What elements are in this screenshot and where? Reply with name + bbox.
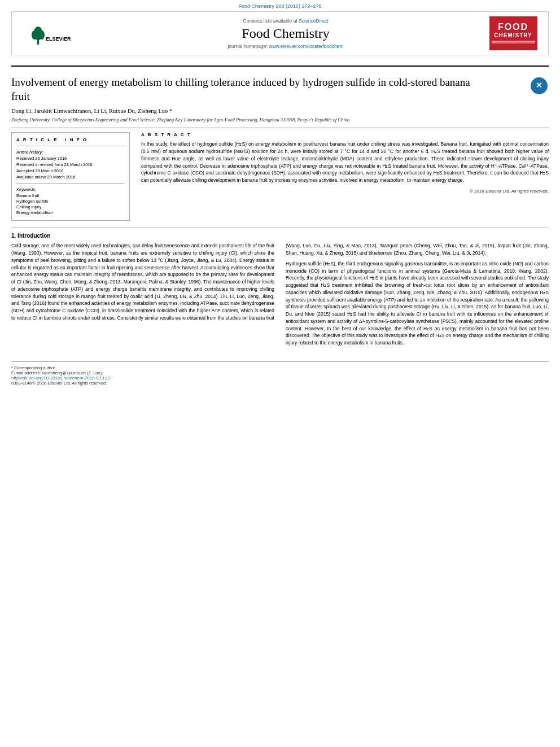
- svg-point-3: [39, 30, 45, 40]
- journal-header-center: Contents lists available at ScienceDirec…: [86, 18, 485, 49]
- issn-line: 0308-8146/© 2016 Elsevier Ltd. All right…: [11, 381, 549, 386]
- received-date: Received 26 January 2016: [16, 156, 125, 161]
- keyword-1: Banana fruit: [16, 193, 125, 198]
- body-col2-text2: Hydrogen sulfide (H₂S), the third endoge…: [286, 260, 549, 347]
- keyword-2: Hydrogen sulfide: [16, 199, 125, 204]
- info-divider-2: [16, 183, 125, 184]
- article-info-abstract: A R T I C L E I N F O Article history: R…: [11, 132, 549, 221]
- authors: Dong Li, Jarukitt Limwachiranon, Li Li, …: [11, 108, 172, 114]
- elsevier-logo-area: ELSEVIER: [19, 19, 86, 47]
- journal-title: Food Chemistry: [86, 26, 485, 41]
- main-content: Involvement of energy metabolism to chil…: [11, 55, 549, 391]
- homepage-link[interactable]: www.elsevier.com/locate/foodchem: [269, 43, 343, 49]
- journal-homepage: journal homepage: www.elsevier.com/locat…: [86, 43, 485, 49]
- fc-logo-food: FOOD: [498, 22, 528, 32]
- svg-point-2: [32, 30, 37, 40]
- body-content: 1. Introduction Cold storage, one of the…: [11, 228, 549, 350]
- keyword-3: Chilling injury: [16, 204, 125, 209]
- sciencedirect-link[interactable]: ScienceDirect: [299, 18, 328, 24]
- fc-logo-decoration-icon: [492, 40, 535, 45]
- email-label: E-mail address:: [11, 370, 41, 375]
- sciencedirect-line: Contents lists available at ScienceDirec…: [86, 18, 485, 24]
- section1-heading: 1. Introduction: [11, 233, 549, 239]
- body-col1-text1: Cold storage, one of the most widely use…: [11, 242, 274, 321]
- right-column: A B S T R A C T In this study, the effec…: [141, 132, 549, 221]
- authors-line: Dong Li, Jarukitt Limwachiranon, Li Li, …: [11, 108, 549, 114]
- elsevier-logo-icon: ELSEVIER: [26, 19, 80, 47]
- corresponding-note: * Corresponding author.: [11, 365, 549, 370]
- abstract-text: In this study, the effect of hydrogen su…: [141, 141, 549, 184]
- svg-text:ELSEVIER: ELSEVIER: [46, 36, 71, 42]
- article-info-box: A R T I C L E I N F O Article history: R…: [11, 132, 130, 221]
- copyright: © 2016 Elsevier Ltd. All rights reserved…: [141, 189, 549, 194]
- available-date: Available online 29 March 2016: [16, 174, 125, 180]
- email-line: E-mail address: luozisheng@zju.edu.cn (Z…: [11, 370, 549, 375]
- footer: * Corresponding author. E-mail address: …: [11, 361, 549, 386]
- article-info-title: A R T I C L E I N F O: [16, 137, 125, 142]
- body-col-1: Cold storage, one of the most widely use…: [11, 242, 274, 350]
- food-chemistry-logo: FOOD CHEMISTRY: [489, 16, 537, 50]
- keyword-4: Energy metabolism: [16, 210, 125, 215]
- keywords-label: Keywords:: [16, 187, 125, 192]
- article-title-section: Involvement of energy metabolism to chil…: [11, 69, 549, 108]
- accepted-date: Accepted 28 March 2016: [16, 168, 125, 173]
- left-column: A R T I C L E I N F O Article history: R…: [11, 132, 130, 221]
- top-divider: [11, 65, 549, 67]
- fc-logo-chemistry: CHEMISTRY: [494, 32, 532, 38]
- journal-header: ELSEVIER Contents lists available at Sci…: [11, 11, 549, 55]
- abstract-title: A B S T R A C T: [141, 132, 549, 137]
- email-address: luozisheng@zju.edu.cn (Z. Luo).: [42, 370, 103, 375]
- sciencedirect-text: Contents lists available at: [243, 18, 297, 24]
- revised-date: Received in revised form 28 March 2016: [16, 162, 125, 167]
- body-two-col: Cold storage, one of the most widely use…: [11, 242, 549, 350]
- info-divider-1: [16, 146, 125, 146]
- body-col-2: (Wang, Luo, Du, Liu, Ying, & Mao, 2013),…: [286, 242, 549, 350]
- body-col2-text1: (Wang, Luo, Du, Liu, Ying, & Mao, 2013),…: [286, 242, 549, 257]
- doi-link[interactable]: http://dx.doi.org/10.1016/j.foodchem.201…: [11, 375, 549, 381]
- crossmark-icon: ✕: [531, 77, 548, 94]
- crossmark-badge: ✕: [529, 76, 549, 95]
- content-divider: [11, 127, 549, 128]
- article-title: Involvement of energy metabolism to chil…: [11, 76, 474, 103]
- fc-logo-area: FOOD CHEMISTRY: [485, 16, 541, 50]
- journal-citation: Food Chemistry 208 (2016) 272–278: [0, 0, 560, 11]
- affiliation: Zhejiang University, College of Biosyste…: [11, 117, 549, 123]
- keywords-list: Banana fruit Hydrogen sulfide Chilling i…: [16, 193, 125, 215]
- history-label: Article history:: [16, 150, 125, 155]
